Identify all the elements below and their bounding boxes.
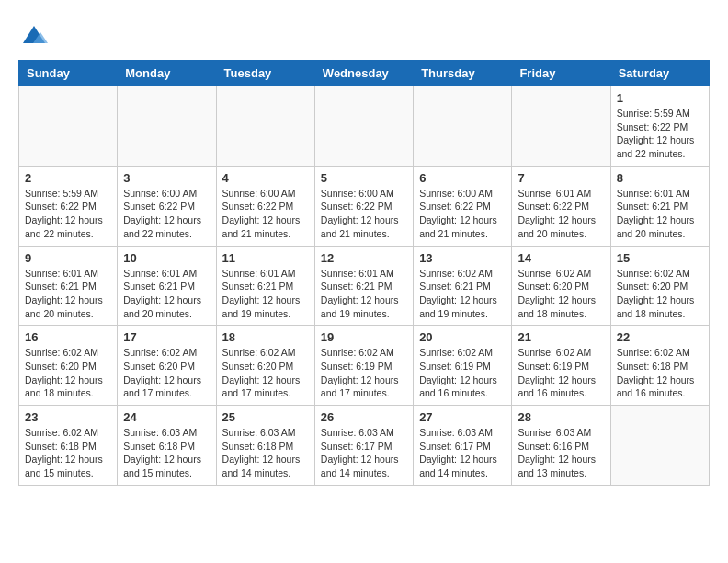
- day-cell: 12Sunrise: 6:01 AM Sunset: 6:21 PM Dayli…: [314, 246, 413, 326]
- day-cell: 13Sunrise: 6:02 AM Sunset: 6:21 PM Dayli…: [414, 246, 512, 326]
- day-number: 11: [222, 251, 309, 265]
- day-info: Sunrise: 6:01 AM Sunset: 6:21 PM Dayligh…: [25, 267, 111, 321]
- day-cell: [610, 406, 709, 486]
- day-cell: 24Sunrise: 6:03 AM Sunset: 6:18 PM Dayli…: [118, 406, 216, 486]
- calendar-table: SundayMondayTuesdayWednesdayThursdayFrid…: [18, 60, 710, 486]
- day-cell: 9Sunrise: 6:01 AM Sunset: 6:21 PM Daylig…: [19, 246, 118, 326]
- day-cell: 16Sunrise: 6:02 AM Sunset: 6:20 PM Dayli…: [19, 326, 118, 406]
- day-info: Sunrise: 6:01 AM Sunset: 6:21 PM Dayligh…: [222, 267, 309, 321]
- day-info: Sunrise: 6:00 AM Sunset: 6:22 PM Dayligh…: [419, 187, 506, 241]
- weekday-monday: Monday: [118, 61, 216, 86]
- day-info: Sunrise: 6:02 AM Sunset: 6:20 PM Dayligh…: [25, 346, 111, 400]
- day-cell: 26Sunrise: 6:03 AM Sunset: 6:17 PM Dayli…: [314, 406, 413, 486]
- day-cell: 7Sunrise: 6:01 AM Sunset: 6:22 PM Daylig…: [512, 166, 610, 246]
- day-cell: 3Sunrise: 6:00 AM Sunset: 6:22 PM Daylig…: [118, 166, 216, 246]
- day-cell: 17Sunrise: 6:02 AM Sunset: 6:20 PM Dayli…: [118, 326, 216, 406]
- day-number: 1: [617, 91, 703, 105]
- day-cell: 6Sunrise: 6:00 AM Sunset: 6:22 PM Daylig…: [414, 166, 512, 246]
- day-cell: [19, 86, 118, 167]
- weekday-saturday: Saturday: [610, 61, 709, 86]
- day-number: 8: [617, 171, 703, 185]
- day-info: Sunrise: 6:02 AM Sunset: 6:20 PM Dayligh…: [123, 346, 210, 400]
- logo: [18, 23, 50, 51]
- weekday-thursday: Thursday: [414, 61, 512, 86]
- day-number: 6: [419, 171, 506, 185]
- day-cell: 25Sunrise: 6:03 AM Sunset: 6:18 PM Dayli…: [216, 406, 314, 486]
- day-number: 22: [617, 330, 703, 344]
- day-number: 9: [25, 251, 111, 265]
- day-cell: 10Sunrise: 6:01 AM Sunset: 6:21 PM Dayli…: [118, 246, 216, 326]
- day-info: Sunrise: 6:00 AM Sunset: 6:22 PM Dayligh…: [222, 187, 309, 241]
- week-row-1: 1Sunrise: 5:59 AM Sunset: 6:22 PM Daylig…: [19, 86, 710, 167]
- day-cell: 20Sunrise: 6:02 AM Sunset: 6:19 PM Dayli…: [414, 326, 512, 406]
- week-row-2: 2Sunrise: 5:59 AM Sunset: 6:22 PM Daylig…: [19, 166, 710, 246]
- weekday-sunday: Sunday: [19, 61, 118, 86]
- day-info: Sunrise: 5:59 AM Sunset: 6:22 PM Dayligh…: [617, 107, 703, 161]
- day-info: Sunrise: 6:02 AM Sunset: 6:18 PM Dayligh…: [25, 426, 111, 480]
- day-info: Sunrise: 6:03 AM Sunset: 6:16 PM Dayligh…: [518, 426, 604, 480]
- day-cell: [118, 86, 216, 167]
- day-number: 4: [222, 171, 309, 185]
- week-row-5: 23Sunrise: 6:02 AM Sunset: 6:18 PM Dayli…: [19, 406, 710, 486]
- day-number: 26: [321, 410, 407, 424]
- day-cell: [414, 86, 512, 167]
- day-number: 2: [25, 171, 111, 185]
- day-cell: [216, 86, 314, 167]
- weekday-header-row: SundayMondayTuesdayWednesdayThursdayFrid…: [19, 61, 710, 86]
- day-info: Sunrise: 6:01 AM Sunset: 6:21 PM Dayligh…: [123, 267, 210, 321]
- day-number: 18: [222, 330, 309, 344]
- weekday-friday: Friday: [512, 61, 610, 86]
- day-cell: 5Sunrise: 6:00 AM Sunset: 6:22 PM Daylig…: [314, 166, 413, 246]
- day-number: 12: [321, 251, 407, 265]
- day-info: Sunrise: 6:01 AM Sunset: 6:22 PM Dayligh…: [518, 187, 604, 241]
- day-info: Sunrise: 6:01 AM Sunset: 6:21 PM Dayligh…: [617, 187, 703, 241]
- day-cell: 1Sunrise: 5:59 AM Sunset: 6:22 PM Daylig…: [610, 86, 709, 167]
- day-cell: 14Sunrise: 6:02 AM Sunset: 6:20 PM Dayli…: [512, 246, 610, 326]
- day-cell: 28Sunrise: 6:03 AM Sunset: 6:16 PM Dayli…: [512, 406, 610, 486]
- day-number: 13: [419, 251, 506, 265]
- day-number: 5: [321, 171, 407, 185]
- day-number: 24: [123, 410, 210, 424]
- day-number: 15: [617, 251, 703, 265]
- day-info: Sunrise: 6:02 AM Sunset: 6:20 PM Dayligh…: [222, 346, 309, 400]
- day-info: Sunrise: 6:03 AM Sunset: 6:18 PM Dayligh…: [123, 426, 210, 480]
- week-row-4: 16Sunrise: 6:02 AM Sunset: 6:20 PM Dayli…: [19, 326, 710, 406]
- day-cell: 23Sunrise: 6:02 AM Sunset: 6:18 PM Dayli…: [19, 406, 118, 486]
- week-row-3: 9Sunrise: 6:01 AM Sunset: 6:21 PM Daylig…: [19, 246, 710, 326]
- day-info: Sunrise: 6:02 AM Sunset: 6:20 PM Dayligh…: [617, 267, 703, 321]
- logo-icon: [20, 23, 48, 51]
- day-cell: 8Sunrise: 6:01 AM Sunset: 6:21 PM Daylig…: [610, 166, 709, 246]
- day-info: Sunrise: 6:03 AM Sunset: 6:17 PM Dayligh…: [321, 426, 407, 480]
- day-info: Sunrise: 6:00 AM Sunset: 6:22 PM Dayligh…: [321, 187, 407, 241]
- day-number: 10: [123, 251, 210, 265]
- day-info: Sunrise: 6:03 AM Sunset: 6:17 PM Dayligh…: [419, 426, 506, 480]
- day-cell: 27Sunrise: 6:03 AM Sunset: 6:17 PM Dayli…: [414, 406, 512, 486]
- day-info: Sunrise: 6:02 AM Sunset: 6:21 PM Dayligh…: [419, 267, 506, 321]
- day-cell: [512, 86, 610, 167]
- day-cell: 2Sunrise: 5:59 AM Sunset: 6:22 PM Daylig…: [19, 166, 118, 246]
- day-cell: 19Sunrise: 6:02 AM Sunset: 6:19 PM Dayli…: [314, 326, 413, 406]
- day-info: Sunrise: 6:01 AM Sunset: 6:21 PM Dayligh…: [321, 267, 407, 321]
- day-number: 21: [518, 330, 604, 344]
- day-number: 17: [123, 330, 210, 344]
- day-info: Sunrise: 6:02 AM Sunset: 6:18 PM Dayligh…: [617, 346, 703, 400]
- day-number: 14: [518, 251, 604, 265]
- day-number: 27: [419, 410, 506, 424]
- day-number: 7: [518, 171, 604, 185]
- day-number: 19: [321, 330, 407, 344]
- day-info: Sunrise: 6:03 AM Sunset: 6:18 PM Dayligh…: [222, 426, 309, 480]
- header: [18, 18, 710, 51]
- day-info: Sunrise: 6:02 AM Sunset: 6:20 PM Dayligh…: [518, 267, 604, 321]
- day-cell: 15Sunrise: 6:02 AM Sunset: 6:20 PM Dayli…: [610, 246, 709, 326]
- day-info: Sunrise: 6:02 AM Sunset: 6:19 PM Dayligh…: [518, 346, 604, 400]
- weekday-wednesday: Wednesday: [314, 61, 413, 86]
- day-number: 28: [518, 410, 604, 424]
- day-info: Sunrise: 5:59 AM Sunset: 6:22 PM Dayligh…: [25, 187, 111, 241]
- day-info: Sunrise: 6:02 AM Sunset: 6:19 PM Dayligh…: [321, 346, 407, 400]
- day-cell: 11Sunrise: 6:01 AM Sunset: 6:21 PM Dayli…: [216, 246, 314, 326]
- day-info: Sunrise: 6:02 AM Sunset: 6:19 PM Dayligh…: [419, 346, 506, 400]
- day-cell: 4Sunrise: 6:00 AM Sunset: 6:22 PM Daylig…: [216, 166, 314, 246]
- day-number: 3: [123, 171, 210, 185]
- day-info: Sunrise: 6:00 AM Sunset: 6:22 PM Dayligh…: [123, 187, 210, 241]
- day-number: 16: [25, 330, 111, 344]
